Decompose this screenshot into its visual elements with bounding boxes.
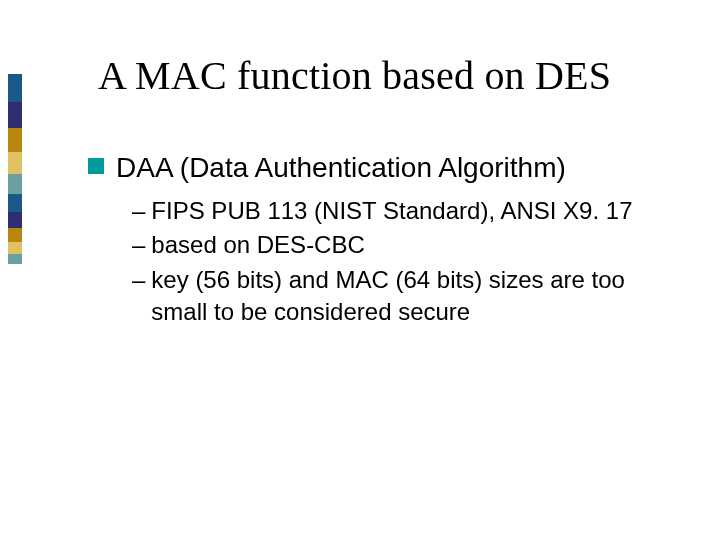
slide-body: DAA (Data Authentication Algorithm) – FI… — [88, 150, 668, 331]
accent-segment — [8, 102, 22, 128]
accent-segment — [8, 74, 22, 102]
bullet-level2-text: based on DES-CBC — [151, 229, 364, 261]
accent-segment — [8, 152, 22, 174]
accent-segment — [8, 254, 22, 264]
bullet-level2: – key (56 bits) and MAC (64 bits) sizes … — [132, 264, 668, 329]
accent-stripe — [8, 74, 22, 264]
bullet-level2-text: FIPS PUB 113 (NIST Standard), ANSI X9. 1… — [151, 195, 632, 227]
accent-segment — [8, 228, 22, 242]
dash-bullet-icon: – — [132, 264, 145, 296]
sub-bullet-group: – FIPS PUB 113 (NIST Standard), ANSI X9.… — [132, 195, 668, 329]
bullet-level2: – based on DES-CBC — [132, 229, 668, 261]
accent-segment — [8, 212, 22, 228]
bullet-level1-text: DAA (Data Authentication Algorithm) — [116, 150, 566, 185]
bullet-level2-text: key (56 bits) and MAC (64 bits) sizes ar… — [151, 264, 668, 329]
slide: A MAC function based on DES DAA (Data Au… — [0, 0, 720, 540]
accent-segment — [8, 174, 22, 194]
dash-bullet-icon: – — [132, 195, 145, 227]
slide-title: A MAC function based on DES — [98, 54, 611, 98]
square-bullet-icon — [88, 158, 104, 174]
accent-segment — [8, 242, 22, 254]
bullet-level2: – FIPS PUB 113 (NIST Standard), ANSI X9.… — [132, 195, 668, 227]
bullet-level1: DAA (Data Authentication Algorithm) — [88, 150, 668, 185]
dash-bullet-icon: – — [132, 229, 145, 261]
accent-segment — [8, 194, 22, 212]
accent-segment — [8, 128, 22, 152]
